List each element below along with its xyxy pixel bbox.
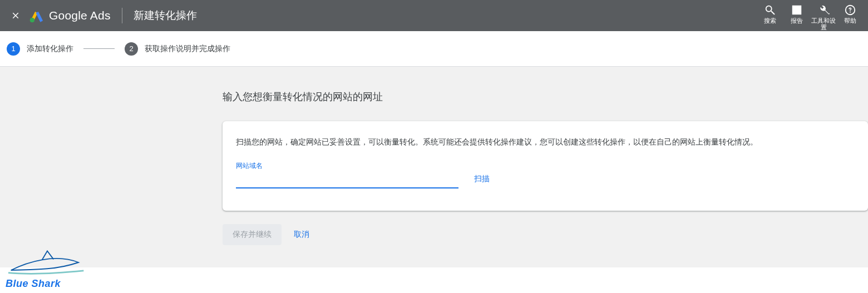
page-title: 新建转化操作 <box>134 8 197 23</box>
product-name: Google Ads <box>49 9 111 22</box>
reports-label: 报告 <box>791 17 803 24</box>
cancel-button[interactable]: 取消 <box>292 224 312 245</box>
wrench-icon <box>817 4 830 16</box>
step-2-label: 获取操作说明并完成操作 <box>145 44 230 54</box>
card-description: 扫描您的网站，确定网站已妥善设置，可以衡量转化。系统可能还会提供转化操作建议，您… <box>236 137 855 148</box>
section-heading: 输入您想衡量转化情况的网站的网址 <box>223 90 868 103</box>
stepper: 1 添加转化操作 2 获取操作说明并完成操作 <box>0 31 868 67</box>
tools-button[interactable]: 工具和设置 <box>810 1 837 31</box>
app-bar: Google Ads 新建转化操作 搜索 报告 工具和设置 <box>0 0 868 31</box>
google-ads-logo-icon <box>29 8 45 23</box>
domain-input[interactable] <box>236 172 458 188</box>
tools-label: 工具和设置 <box>810 17 837 31</box>
domain-field: 网站域名 <box>236 161 458 188</box>
step-1-badge: 1 <box>7 42 20 56</box>
step-2[interactable]: 2 获取操作说明并完成操作 <box>125 42 230 56</box>
scan-card: 扫描您的网站，确定网站已妥善设置，可以衡量转化。系统可能还会提供转化操作建议，您… <box>223 121 868 211</box>
actions-row: 保存并继续 取消 <box>223 224 868 245</box>
appbar-actions: 搜索 报告 工具和设置 帮助 <box>757 1 864 31</box>
step-1-label: 添加转化操作 <box>27 44 73 54</box>
reports-button[interactable]: 报告 <box>783 1 810 24</box>
help-label: 帮助 <box>844 17 856 24</box>
step-2-badge: 2 <box>125 42 138 56</box>
appbar-left: Google Ads 新建转化操作 <box>4 4 197 27</box>
search-button[interactable]: 搜索 <box>757 1 783 24</box>
input-row: 网站域名 扫描 <box>236 161 855 188</box>
content: 输入您想衡量转化情况的网站的网址 扫描您的网站，确定网站已妥善设置，可以衡量转化… <box>223 67 868 245</box>
domain-label: 网站域名 <box>236 161 458 171</box>
svg-point-0 <box>30 18 34 22</box>
step-connector <box>83 48 115 49</box>
divider <box>122 8 122 23</box>
bar-chart-icon <box>791 4 803 16</box>
scan-button[interactable]: 扫描 <box>472 170 492 188</box>
search-label: 搜索 <box>764 17 776 24</box>
save-continue-button: 保存并继续 <box>223 224 282 245</box>
step-1[interactable]: 1 添加转化操作 <box>7 42 73 56</box>
search-icon <box>764 4 776 16</box>
watermark-text: Blue Shark <box>6 278 89 290</box>
page-body: 输入您想衡量转化情况的网站的网址 扫描您的网站，确定网站已妥善设置，可以衡量转化… <box>0 67 868 267</box>
close-icon <box>11 11 21 21</box>
close-button[interactable] <box>4 4 27 27</box>
help-button[interactable]: 帮助 <box>837 1 864 24</box>
help-icon <box>844 4 856 16</box>
